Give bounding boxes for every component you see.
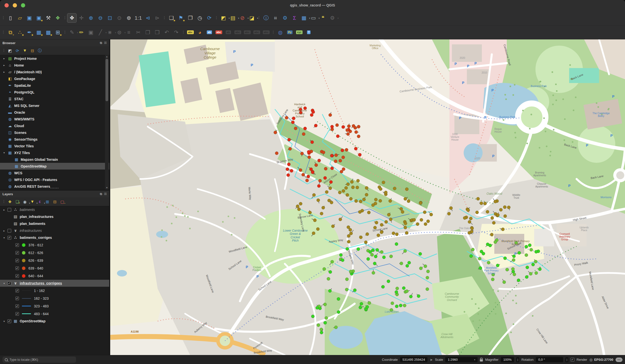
layer-labeling-button[interactable]: abc [186, 28, 195, 37]
highlight-pinned-labels-button[interactable]: abc [214, 28, 223, 37]
temporal-controller-button[interactable]: ◷ [195, 13, 204, 22]
expander-icon[interactable]: ▾ [2, 151, 6, 154]
zoom-last-button[interactable]: ⊲ [143, 13, 152, 22]
browser-item-openstreetmap[interactable]: ▦OpenStreetMap [0, 163, 109, 170]
save-layer-edits-button[interactable]: ▣ [86, 28, 95, 37]
pan-map-button[interactable]: ✥ [67, 13, 76, 22]
legend-item-162-323[interactable]: ✓162 - 323 [0, 294, 109, 302]
render-checkbox[interactable]: ✓ [571, 358, 574, 362]
layer-item-batiments[interactable]: ▸∴batiments [0, 206, 109, 213]
python-console-button[interactable]: Py [285, 28, 294, 37]
trim-extend-button[interactable]: ✂ [134, 28, 143, 37]
expand-all-layers-button[interactable]: ⊞ [44, 198, 51, 205]
layer-visibility-checkbox[interactable]: ✓ [7, 281, 11, 285]
change-label-button[interactable]: abc [252, 28, 261, 37]
browser-item-xyz-tiles[interactable]: ▾▦XYZ Tiles [0, 149, 109, 156]
layer-visibility-checkbox[interactable]: ✓ [7, 319, 11, 323]
open-attribute-table-button[interactable]: ▦▾ [300, 13, 309, 22]
save-project-as-button[interactable]: ▣★ [34, 13, 43, 22]
browser-item-sensorthings[interactable]: ◉SensorThings [0, 136, 109, 143]
layer-item-batiments_corriges[interactable]: ▾✓∴batiments_corriges [0, 234, 109, 241]
messages-button[interactable]: ⋯ [616, 358, 623, 362]
scale-combobox[interactable]: 1:2960 ▾ [445, 357, 478, 362]
close-window-button[interactable] [4, 3, 9, 7]
show-hidden-labels-button[interactable]: ab [224, 28, 233, 37]
digitize-segment-button[interactable]: ╱▾ [96, 28, 105, 37]
browser-item-home[interactable]: ▸⌂Home [0, 62, 109, 69]
layer-item-plan_batiments[interactable]: ▤plan_batiments [0, 220, 109, 227]
filter-legend-button[interactable]: ▼▾ [29, 198, 36, 205]
processing-toolbox-button[interactable]: ⚙ [281, 13, 290, 22]
expander-icon[interactable]: ▸ [2, 208, 6, 211]
scroll-down-icon[interactable]: ▼ [105, 186, 109, 189]
vertex-tool-button[interactable]: ⋇▾ [105, 28, 114, 37]
browser-item-ms-sql-server[interactable]: ◭MS SQL Server [0, 102, 109, 109]
expander-icon[interactable]: ▸ [2, 71, 6, 73]
legend-visibility-checkbox[interactable]: ✓ [15, 274, 19, 278]
browser-item-spatialite[interactable]: ✒SpatiaLite [0, 82, 109, 89]
zoom-native-button[interactable]: 1:1 [134, 13, 143, 22]
legend-visibility-checkbox[interactable]: ✓ [15, 267, 19, 270]
refresh-map-button[interactable]: ⟳ [205, 13, 214, 22]
add-spatialite-layer-button[interactable]: ✒★ [25, 28, 34, 37]
lock-scale-icon[interactable] [480, 359, 483, 362]
zoom-to-selection-button[interactable]: ⊙ [115, 13, 124, 22]
expander-icon[interactable]: ▾ [2, 236, 6, 239]
layer-visibility-checkbox[interactable]: ✓ [7, 236, 11, 240]
legend-item-1-162[interactable]: ✓1 - 162 [0, 287, 109, 294]
layer-item-infrastructures_corrigees[interactable]: ▾✓∨infrastructures_corrigees [0, 280, 109, 287]
scrollbar-thumb[interactable] [105, 59, 108, 101]
data-source-manager-button[interactable]: ⧉＋ [6, 28, 15, 37]
float-panel-icon[interactable]: ⧉ [100, 192, 102, 196]
change-label-properties-button[interactable]: abc [262, 28, 271, 37]
identify-features-button[interactable]: ⓘ [262, 13, 271, 22]
save-project-button[interactable]: ▣ [25, 13, 34, 22]
filter-browser-button[interactable]: ▼ [21, 47, 28, 54]
layer-item-infrastructures[interactable]: ▸∨infrastructures [0, 227, 109, 234]
filter-by-expression-button[interactable]: ε▾ [36, 198, 43, 205]
float-panel-icon[interactable]: ⧉ [100, 41, 102, 45]
magnifier-spinner[interactable]: ▴▾ [516, 357, 519, 362]
magnifier-value[interactable]: 100% [501, 357, 514, 362]
legend-item-626-639[interactable]: ✓626 - 639 [0, 257, 109, 264]
crs-status[interactable]: ◍ EPSG:27700 [589, 358, 613, 362]
title-bar[interactable]: qgis_show_racord — QGIS [0, 0, 625, 11]
mouse-position-icon[interactable]: ➤ [430, 358, 433, 362]
select-by-form-button[interactable]: ▤▾ [228, 13, 237, 22]
layout-manager-button[interactable]: ⚒ [44, 13, 53, 22]
copy-features-button[interactable]: ❐ [143, 28, 152, 37]
options-button[interactable]: ⚙▾ [328, 13, 337, 22]
quickmapservices-button[interactable]: xyz [295, 28, 304, 37]
legend-visibility-checkbox[interactable]: ✓ [15, 259, 19, 262]
remove-layer-button[interactable]: ▢− [59, 198, 66, 205]
select-by-location-button[interactable]: ◪▾ [247, 13, 256, 22]
browser-item-wms-wmts[interactable]: ◍WMS/WMTS [0, 116, 109, 122]
add-group-button[interactable]: ❏＋ [14, 198, 21, 205]
undo-button[interactable]: ↶ [162, 28, 171, 37]
show-spatial-bookmarks-button[interactable]: ❐ [186, 13, 195, 22]
deselect-features-button[interactable]: ⊘▾ [238, 13, 247, 22]
collapse-all-layers-button[interactable]: ⊟ [51, 198, 58, 205]
style-manager-button[interactable]: ❖ [53, 13, 62, 22]
statistical-summary-button[interactable]: Σ [290, 13, 299, 22]
move-label-button[interactable]: abc [233, 28, 242, 37]
legend-visibility-checkbox[interactable]: ✓ [15, 304, 19, 308]
open-project-button[interactable]: ▱ [15, 13, 24, 22]
add-vector-layer-button[interactable]: ∴★ [15, 28, 24, 37]
browser-item-stac[interactable]: ≣STAC [0, 95, 109, 102]
coordinate-value[interactable]: 531495 259424 [400, 357, 427, 362]
zoom-out-button[interactable]: ⊖ [96, 13, 105, 22]
browser-item-macintosh-hd[interactable]: ▸▱/ (Macintosh HD) [0, 69, 109, 75]
browser-properties-button[interactable]: ⓘ [36, 47, 43, 54]
zoom-to-layer-button[interactable]: ⊚ [124, 13, 133, 22]
layer-item-openstreetmap[interactable]: ▾✓▦OpenStreetMap [0, 318, 109, 325]
select-features-button[interactable]: ◩▾ [219, 13, 228, 22]
add-virtual-layer-button[interactable]: ⊞★ [53, 28, 62, 37]
legend-visibility-checkbox[interactable]: ✓ [15, 289, 19, 292]
legend-item-612-626[interactable]: ✓612 - 626 [0, 249, 109, 257]
rotate-label-button[interactable]: abc [243, 28, 252, 37]
refresh-browser-button[interactable]: ⟳ [14, 47, 21, 54]
legend-visibility-checkbox[interactable]: ✓ [15, 243, 19, 247]
paste-features-button[interactable]: ❒ [153, 28, 162, 37]
expander-icon[interactable]: ▾ [2, 282, 6, 285]
